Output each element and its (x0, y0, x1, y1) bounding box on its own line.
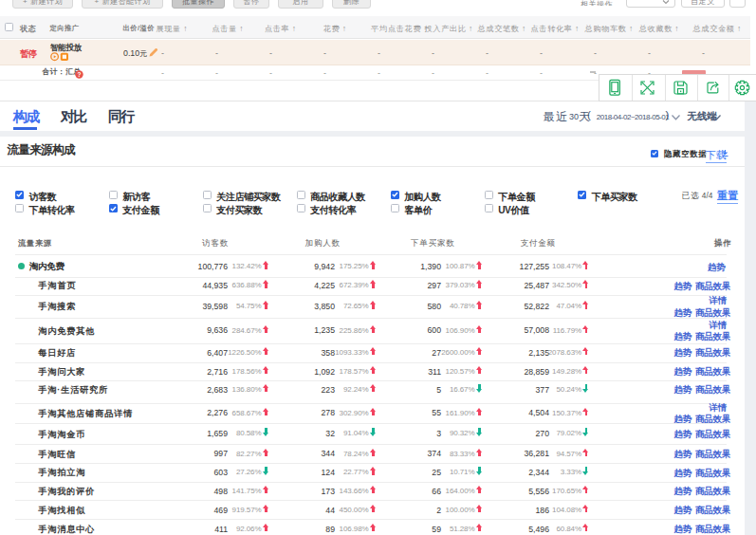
svg-text:?: ? (78, 70, 82, 77)
